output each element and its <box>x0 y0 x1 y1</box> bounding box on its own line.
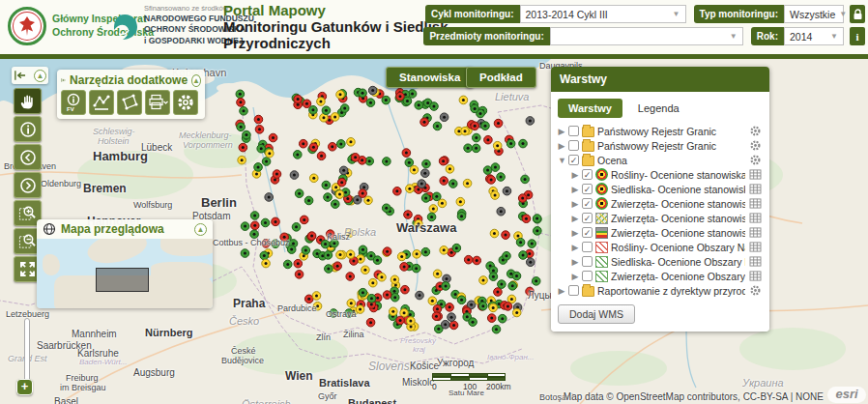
chevron-right-icon[interactable]: ▶ <box>571 228 579 238</box>
layer-checkbox[interactable] <box>568 126 579 136</box>
layer-row[interactable]: ▼✓Ocena <box>558 153 763 167</box>
settings-button[interactable] <box>173 90 198 115</box>
layer-action[interactable] <box>748 213 763 223</box>
layer-action[interactable] <box>748 242 763 252</box>
table-icon[interactable] <box>749 256 762 267</box>
chevron-right-icon[interactable]: ▶ <box>558 141 565 151</box>
layer-row[interactable]: ▶Rośliny- Ocenione Obszary Natura ... <box>558 240 763 254</box>
year-select[interactable]: 2014 ▼ <box>784 27 844 45</box>
chevron-down-icon[interactable]: ▼ <box>558 156 565 165</box>
chevron-right-icon[interactable]: ▶ <box>558 127 565 136</box>
layer-row[interactable]: ▶✓Zwierzęta- Ocenione stanowiska- p... <box>558 196 763 211</box>
chevron-right-icon[interactable]: ▶ <box>571 170 579 180</box>
layer-row[interactable]: ▶✓Siedliska- Ocenione stanowiska- pu... <box>558 182 763 196</box>
collapse-tools-panel-icon[interactable]: ▲ <box>191 74 201 87</box>
chevron-right-icon[interactable]: ▶ <box>571 214 579 223</box>
layer-checkbox[interactable]: ✓ <box>582 169 593 180</box>
add-wms-button[interactable]: Dodaj WMS <box>558 304 635 324</box>
collapse-overview-icon[interactable]: ▲ <box>194 223 207 236</box>
layer-checkbox[interactable]: ✓ <box>582 213 593 223</box>
measure-distance-button[interactable] <box>89 90 114 115</box>
layer-action[interactable] <box>748 284 763 297</box>
overview-extent-box[interactable] <box>96 268 149 292</box>
tab-legenda[interactable]: Legenda <box>634 99 683 118</box>
zoom-slider[interactable] <box>24 318 30 382</box>
fv-info-tool-button[interactable]: FV <box>61 90 86 115</box>
previous-extent-button[interactable] <box>14 144 42 170</box>
tab-warstwy[interactable]: Warstwy <box>558 99 622 118</box>
monitoring-point-center <box>509 273 512 275</box>
identify-tool-button[interactable] <box>14 116 42 142</box>
print-button[interactable] <box>145 90 170 115</box>
layer-checkbox[interactable]: ✓ <box>582 198 593 209</box>
table-icon[interactable] <box>749 227 762 238</box>
layer-action[interactable] <box>748 169 763 180</box>
layer-checkbox[interactable] <box>568 140 579 151</box>
chevron-right-icon[interactable]: ▶ <box>571 272 579 281</box>
monitoring-point-center <box>385 207 388 210</box>
layer-row[interactable]: ▶Państwowy Rejestr Granic <box>558 124 763 138</box>
layer-action[interactable] <box>748 125 763 137</box>
layer-action[interactable] <box>748 198 763 209</box>
measure-area-button[interactable] <box>117 90 142 115</box>
table-icon[interactable] <box>749 213 762 223</box>
table-icon[interactable] <box>749 184 762 194</box>
table-icon[interactable] <box>749 271 762 281</box>
layer-action[interactable] <box>748 271 763 281</box>
chevron-right-icon[interactable]: ▶ <box>558 286 565 296</box>
layer-row[interactable]: ▶✓Rośliny- Ocenione stanowiska- punkty <box>558 167 763 182</box>
collapse-left-icon[interactable] <box>14 70 26 81</box>
chevron-right-icon[interactable]: ▶ <box>571 199 579 209</box>
folder-symbol-icon <box>582 286 594 297</box>
layer-row[interactable]: ▶Zwierzęta- Ocenione Obszary Natur... <box>558 269 763 283</box>
gear-icon[interactable] <box>749 154 762 166</box>
gear-icon[interactable] <box>749 125 762 137</box>
layer-action[interactable] <box>748 154 763 166</box>
podklad-button[interactable]: Podkład <box>466 67 536 88</box>
layer-action[interactable] <box>748 227 763 238</box>
chevron-right-icon[interactable]: ▶ <box>571 243 579 252</box>
table-icon[interactable] <box>749 198 762 209</box>
layer-checkbox[interactable] <box>582 271 593 281</box>
cycle-select[interactable]: 2013-2014 Cykl III ▼ <box>520 5 686 23</box>
zoom-in-slider-button[interactable]: + <box>16 379 33 395</box>
layer-row[interactable]: ▶✓Zwierzęta- Ocenione stanowiska- g... <box>558 211 763 225</box>
chevron-right-icon[interactable]: ▶ <box>571 185 579 194</box>
layer-action[interactable] <box>748 184 763 194</box>
chevron-right-icon[interactable]: ▶ <box>571 257 579 267</box>
next-extent-button[interactable] <box>14 172 42 198</box>
table-icon[interactable] <box>749 169 762 180</box>
collapse-toolbar-icon[interactable]: ▲ <box>34 70 46 82</box>
monitoring-point-center <box>307 298 310 301</box>
gear-icon[interactable] <box>749 139 762 152</box>
login-lock-button[interactable] <box>850 5 865 23</box>
monitoring-point-center <box>316 304 319 307</box>
info-button[interactable]: i <box>850 27 865 45</box>
monitoring-point-center <box>362 92 364 95</box>
hatch-green-symbol-icon <box>595 256 608 268</box>
globe-icon <box>43 222 56 236</box>
layer-row[interactable]: ▶Raportowanie z dyrektyw przyrodniczych <box>558 283 763 298</box>
pan-tool-button[interactable] <box>14 88 42 114</box>
gear-icon[interactable] <box>749 284 762 297</box>
layer-checkbox[interactable]: ✓ <box>582 227 593 238</box>
layer-checkbox[interactable]: ✓ <box>582 184 593 194</box>
map-canvas[interactable]: KøbenhavnSchleswig-HolsteinMecklenburg-V… <box>0 59 868 404</box>
collapse-left-icon[interactable] <box>61 74 66 86</box>
layer-list: ▶Państwowy Rejestr Granic▶Państwowy Reje… <box>558 124 763 298</box>
stanowiska-button[interactable]: Stanowiska <box>386 67 474 88</box>
layer-action[interactable] <box>748 139 763 152</box>
layer-checkbox[interactable] <box>568 285 579 296</box>
layer-checkbox[interactable] <box>582 256 593 267</box>
layer-checkbox[interactable] <box>582 242 593 252</box>
layer-checkbox[interactable]: ✓ <box>568 155 579 165</box>
layer-row[interactable]: ▶✓Zwierzęta- Ocenione stanowiska- p... <box>558 225 763 240</box>
monitoring-point-center <box>525 217 528 220</box>
layer-row[interactable]: ▶Siedliska- Ocenione Obszary Natur... <box>558 254 763 269</box>
layer-action[interactable] <box>748 256 763 267</box>
layer-row[interactable]: ▶Państwowy Rejestr Granic <box>558 138 763 153</box>
overview-map[interactable] <box>37 239 213 308</box>
type-select[interactable]: Wszystkie ▼ <box>784 5 844 23</box>
subjects-select[interactable]: ▼ <box>550 27 743 45</box>
table-icon[interactable] <box>749 242 762 252</box>
